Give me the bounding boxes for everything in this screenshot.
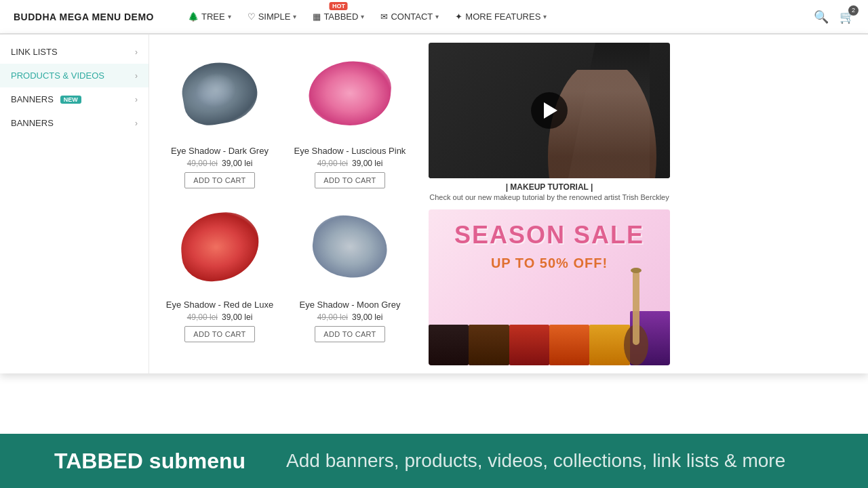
chevron-right-icon: › (135, 47, 138, 57)
main-content: Eye Shadow - Dark Grey 49,00 lei 39,00 l… (149, 35, 868, 373)
product-image-dark-grey (172, 45, 267, 140)
hot-badge: HOT (330, 2, 348, 10)
new-badge: NEW (60, 96, 81, 104)
powder-shape-dark-grey (178, 56, 262, 129)
chevron-right-icon: › (135, 95, 138, 104)
site-logo[interactable]: BUDDHA MEGA MENU DEMO (14, 12, 154, 22)
product-name: Eye Shadow - Dark Grey (171, 146, 269, 156)
svg-rect-1 (633, 270, 639, 345)
add-to-cart-button[interactable]: ADD TO CART (184, 326, 254, 342)
product-image-moon-grey (302, 199, 397, 294)
product-card-moon-grey: Eye Shadow - Moon Grey 49,00 lei 39,00 l… (290, 199, 410, 342)
price-original: 49,00 lei (317, 159, 348, 168)
powder-shape-moon-grey (309, 211, 391, 282)
product-name: Eye Shadow - Moon Grey (300, 300, 401, 310)
nav-item-tree[interactable]: 🌲 TREE ▾ (181, 7, 238, 26)
video-info: | MAKEUP TUTORIAL | Check out our new ma… (429, 178, 670, 201)
chevron-down-icon: ▾ (543, 13, 547, 20)
video-background (429, 43, 670, 178)
grid-icon: ▦ (313, 12, 321, 22)
cart-badge: 2 (848, 5, 859, 16)
season-sale-heading: SEASON SALE (454, 223, 644, 247)
tutorial-description: Check out our new makeup tutorial by the… (429, 193, 670, 201)
chevron-down-icon: ▾ (293, 13, 296, 20)
sidebar-item-products-videos[interactable]: PRODUCTS & VIDEOS › (0, 64, 149, 87)
video-person (548, 70, 656, 178)
sidebar-item-link-lists[interactable]: LINK LISTS › (0, 40, 149, 64)
chevron-right-icon: › (135, 119, 138, 128)
bulb-icon: ✦ (455, 12, 462, 22)
add-to-cart-button[interactable]: ADD TO CART (315, 172, 384, 188)
sidebar-item-label: BANNERS (11, 118, 54, 128)
sale-text-container: SEASON SALE UP TO 50% OFF! (454, 223, 644, 271)
product-image-pink (302, 45, 397, 140)
swatch-brown (469, 325, 509, 365)
price-current: 39,00 lei (222, 312, 252, 322)
video-container: Buddha Mega Menu - Demo Video for Menu ⋮ (429, 43, 670, 178)
sale-banner: SEASON SALE UP TO 50% OFF! (429, 209, 670, 365)
sidebar-item-banners-new[interactable]: BANNERS NEW › (0, 87, 149, 111)
header: BUDDHA MEGA MENU DEMO 🌲 TREE ▾ ♡ SIMPLE … (0, 0, 868, 34)
product-prices: 49,00 lei 39,00 lei (187, 159, 253, 168)
footer-sub-label: Add banners, products, videos, collectio… (286, 450, 785, 472)
discount-text: UP TO 50% OFF! (454, 256, 644, 271)
swatch-orange (549, 325, 589, 365)
mega-menu: LINK LISTS › PRODUCTS & VIDEOS › BANNERS… (0, 34, 868, 373)
chevron-down-icon: ▾ (435, 13, 439, 20)
sidebar-item-label: LINK LISTS (11, 47, 58, 57)
footer-banner: TABBED submenu Add banners, products, vi… (0, 434, 868, 488)
powder-shape-red (178, 209, 261, 284)
price-original: 49,00 lei (317, 312, 348, 322)
product-name: Eye Shadow - Luscious Pink (294, 146, 406, 156)
sidebar-item-label: PRODUCTS & VIDEOS (11, 70, 104, 81)
cart-button[interactable]: 🛒 2 (840, 9, 854, 24)
add-to-cart-button[interactable]: ADD TO CART (184, 172, 254, 188)
header-icons: 🔍 🛒 2 (814, 9, 854, 24)
chevron-down-icon: ▾ (228, 13, 231, 20)
product-name: Eye Shadow - Red de Luxe (166, 300, 273, 310)
sidebar-item-label: BANNERS (11, 94, 54, 104)
product-image-red (172, 199, 267, 294)
brush-illustration (599, 257, 667, 365)
swatch-dark (429, 325, 469, 365)
nav-item-tabbed[interactable]: ▦ TABBED ▾ (306, 7, 371, 26)
nav-item-tabbed-wrapper: ▦ TABBED ▾ HOT (306, 7, 371, 26)
right-panel: Buddha Mega Menu - Demo Video for Menu ⋮… (420, 35, 678, 373)
add-to-cart-button[interactable]: ADD TO CART (315, 326, 384, 342)
tree-icon: 🌲 (188, 12, 199, 22)
video-section: Buddha Mega Menu - Demo Video for Menu ⋮… (429, 43, 670, 201)
sidebar-item-banners[interactable]: BANNERS › (0, 111, 149, 135)
heart-icon: ♡ (248, 12, 256, 22)
envelope-icon: ✉ (380, 12, 388, 22)
play-button[interactable] (531, 92, 568, 129)
price-current: 39,00 lei (352, 159, 382, 168)
product-prices: 49,00 lei 39,00 lei (317, 159, 383, 168)
nav-item-contact[interactable]: ✉ CONTACT ▾ (374, 7, 446, 26)
product-card-dark-grey: Eye Shadow - Dark Grey 49,00 lei 39,00 l… (160, 45, 279, 188)
chevron-right-icon: › (135, 71, 138, 81)
price-original: 49,00 lei (187, 312, 218, 322)
products-section: Eye Shadow - Dark Grey 49,00 lei 39,00 l… (149, 35, 420, 373)
price-original: 49,00 lei (187, 159, 218, 168)
play-triangle-icon (544, 102, 557, 119)
price-current: 39,00 lei (222, 159, 252, 168)
footer-main-label: TABBED submenu (54, 449, 245, 474)
swatch-red (509, 325, 549, 365)
chevron-down-icon: ▾ (361, 13, 364, 20)
main-nav: 🌲 TREE ▾ ♡ SIMPLE ▾ ▦ TABBED ▾ HOT ✉ CON… (181, 7, 814, 26)
product-prices: 49,00 lei 39,00 lei (187, 312, 253, 322)
product-prices: 49,00 lei 39,00 lei (317, 312, 383, 322)
nav-item-simple[interactable]: ♡ SIMPLE ▾ (241, 7, 304, 26)
tutorial-title: | MAKEUP TUTORIAL | (429, 182, 670, 192)
search-button[interactable]: 🔍 (814, 9, 829, 24)
powder-shape-pink (307, 57, 393, 128)
sidebar: LINK LISTS › PRODUCTS & VIDEOS › BANNERS… (0, 35, 149, 373)
product-card-red: Eye Shadow - Red de Luxe 49,00 lei 39,00… (160, 199, 279, 342)
nav-item-more-features[interactable]: ✦ MORE FEATURES ▾ (448, 7, 553, 26)
product-card-pink: Eye Shadow - Luscious Pink 49,00 lei 39,… (290, 45, 410, 188)
price-current: 39,00 lei (352, 312, 382, 322)
